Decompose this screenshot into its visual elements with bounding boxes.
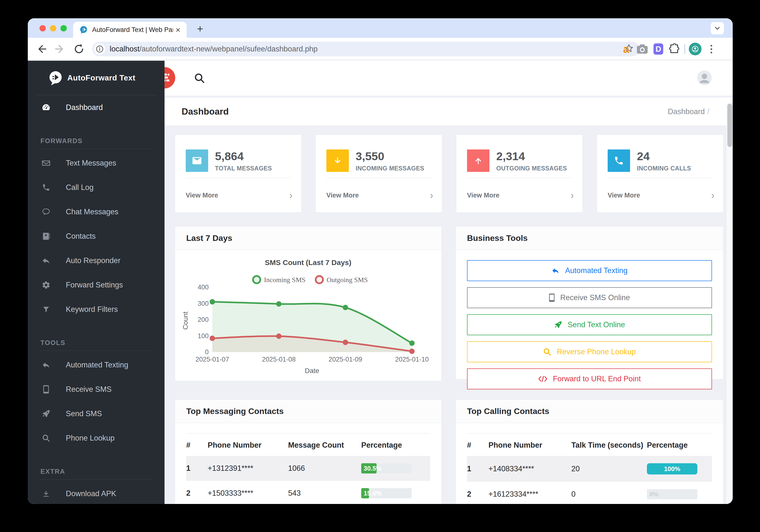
view-more-link[interactable]: View More › [316, 178, 442, 213]
rank-cell: 2 [186, 481, 208, 504]
receive-sms-online-button[interactable]: Receive SMS Online [467, 287, 712, 308]
browser-menu-icon[interactable] [711, 45, 712, 53]
panel-title: Business Tools [456, 226, 723, 250]
screenshot-extension-icon[interactable] [634, 44, 650, 54]
extension-d-icon[interactable]: D [653, 43, 663, 55]
sidebar-item-label: Keyword Filters [66, 305, 118, 314]
sidebar-item-auto-responder[interactable]: Auto Responder [28, 248, 165, 273]
app-logo-icon [48, 70, 63, 86]
send-text-online-button[interactable]: Send Text Online [467, 314, 712, 335]
forward-to-url-endpoint-button[interactable]: Forward to URL End Point [467, 368, 712, 389]
rocket-icon [40, 410, 52, 418]
search-button[interactable] [193, 72, 206, 85]
browser-tab[interactable]: AutoForward Text | Web Panel × [73, 22, 187, 38]
app-header [165, 61, 733, 96]
sidebar-group-forwards: FORWARDS [28, 130, 165, 149]
spacer [165, 96, 733, 98]
svg-text:2025-01-09: 2025-01-09 [329, 356, 362, 363]
menu-toggle-icon [165, 73, 170, 82]
stat-card-total-messages: 5,864 TOTAL MESSAGES View More › [175, 135, 302, 213]
address-bar[interactable]: localhost/autoforwardtext-new/webpanel/s… [92, 42, 640, 56]
sidebar-item-keyword-filters[interactable]: Keyword Filters [28, 297, 165, 321]
svg-text:2025-01-08: 2025-01-08 [262, 356, 296, 363]
browser-toolbar: localhost/autoforwardtext-new/webpanel/s… [28, 38, 733, 60]
phone-icon [40, 183, 52, 192]
back-button[interactable] [36, 43, 47, 55]
view-more-link[interactable]: View More › [597, 178, 723, 213]
page-scrollbar[interactable] [726, 103, 733, 504]
search-icon [193, 72, 206, 84]
sidebar: AutoForward Text Dashboard FORWARDS Text… [28, 61, 165, 504]
percentage-cell: 100% [647, 456, 712, 482]
extensions-puzzle-icon[interactable] [666, 43, 683, 55]
user-avatar[interactable] [697, 71, 712, 85]
reverse-phone-lookup-button[interactable]: Reverse Phone Lookup [467, 341, 712, 362]
tab-search-button[interactable] [711, 22, 724, 34]
stat-value: 5,864 [215, 149, 272, 163]
reply-icon [551, 266, 560, 275]
download-icon [40, 490, 52, 498]
view-more-link[interactable]: View More › [456, 178, 583, 213]
sidebar-toggle-button[interactable] [165, 67, 175, 88]
chevron-right-icon: › [289, 190, 293, 200]
scrollbar-thumb[interactable] [727, 104, 732, 147]
sms-count-chart: SMS Count (Last 7 Days)Incoming SMSOutgo… [175, 250, 442, 381]
messaging-table: # Phone Number Message Count Percentage … [186, 433, 430, 504]
profile-badge-icon[interactable] [689, 43, 701, 55]
stat-card-incoming-calls: 24 INCOMING CALLS View More › [597, 135, 724, 213]
svg-text:0: 0 [205, 348, 209, 356]
url-host: localhost [110, 45, 139, 53]
app-logo[interactable]: AutoForward Text [28, 61, 165, 95]
sidebar-item-label: Send SMS [66, 410, 102, 418]
reload-button[interactable] [73, 43, 85, 55]
column-header: # [467, 433, 489, 456]
tab-close-icon[interactable]: × [175, 25, 180, 34]
tab-title: AutoForward Text | Web Panel [92, 26, 173, 34]
view-more-link[interactable]: View More › [175, 178, 301, 213]
new-tab-button[interactable]: + [197, 23, 203, 35]
sidebar-item-download-apk[interactable]: Download APK [28, 482, 165, 504]
chevron-right-icon: › [571, 190, 574, 200]
sidebar-item-automated-texting[interactable]: Automated Texting [28, 353, 165, 377]
sidebar-item-label: Chat Messages [66, 208, 118, 216]
percentage-bar: 100% [647, 463, 697, 474]
minimize-window-button[interactable] [50, 25, 56, 31]
automated-texting-button[interactable]: Automated Texting [467, 260, 712, 281]
site-info-icon[interactable] [94, 43, 105, 55]
filter-icon [40, 306, 52, 313]
column-header: Percentage [647, 433, 712, 456]
code-icon [538, 375, 547, 383]
dashboard-icon [40, 103, 52, 112]
sidebar-item-dashboard[interactable]: Dashboard [28, 95, 165, 120]
reply-icon [40, 361, 52, 369]
percentage-bar: 30.5% [361, 463, 412, 473]
sidebar-item-receive-sms[interactable]: Receive SMS [28, 377, 165, 402]
browser-window: AutoForward Text | Web Panel × + localho… [28, 18, 733, 504]
sidebar-item-phone-lookup[interactable]: Phone Lookup [28, 426, 165, 450]
sidebar-group-tools: TOOLS [28, 332, 165, 351]
site-favicon-icon [79, 25, 88, 34]
value-cell: 1066 [288, 456, 361, 481]
zoom-window-button[interactable] [61, 25, 67, 31]
close-window-button[interactable] [39, 25, 46, 31]
toolbar-separator [685, 44, 685, 54]
sidebar-item-call-log[interactable]: Call Log [28, 175, 165, 200]
forward-button[interactable] [54, 43, 66, 55]
percentage-cell: 30.5% [361, 456, 430, 481]
sidebar-item-send-sms[interactable]: Send SMS [28, 402, 165, 426]
sidebar-item-contacts[interactable]: Contacts [28, 224, 165, 248]
breadcrumb-item[interactable]: Dashboard [668, 107, 705, 116]
calling-table: # Phone Number Talk Time (seconds) Perce… [467, 433, 712, 504]
stat-value: 2,314 [496, 149, 567, 163]
table-row: 1+1312391****106630.5% [186, 456, 430, 481]
table-row: 2+16123334****00% [467, 482, 712, 504]
percentage-label: 0% [649, 489, 659, 499]
sidebar-item-text-messages[interactable]: Text Messages [28, 151, 165, 175]
svg-text:200: 200 [198, 316, 209, 323]
sidebar-item-chat-messages[interactable]: Chat Messages [28, 200, 165, 224]
phone-icon [608, 149, 630, 172]
extension-a-icon[interactable]: a [623, 42, 629, 56]
percentage-label: 15.6% [364, 488, 382, 498]
sidebar-item-forward-settings[interactable]: Forward Settings [28, 273, 165, 297]
percentage-label: 30.5% [364, 463, 382, 473]
